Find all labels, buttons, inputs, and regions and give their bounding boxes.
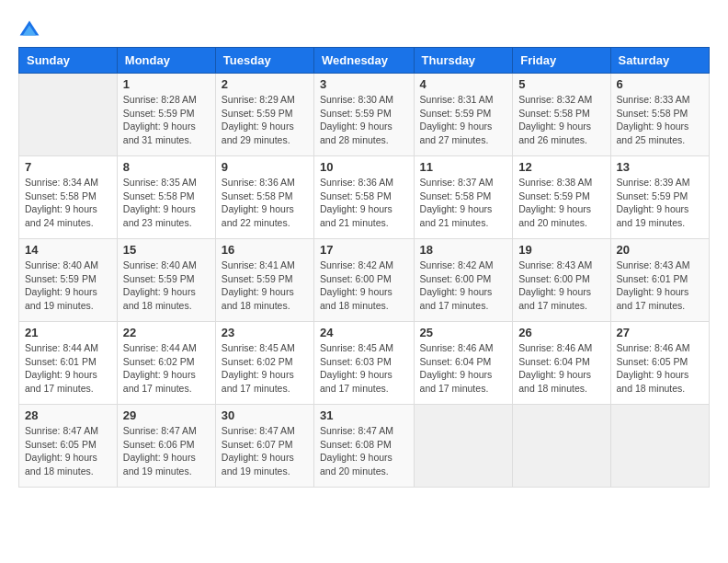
day-info: Sunrise: 8:43 AM Sunset: 6:00 PM Dayligh… bbox=[518, 259, 604, 313]
day-info: Sunrise: 8:34 AM Sunset: 5:58 PM Dayligh… bbox=[25, 176, 111, 230]
day-info: Sunrise: 8:46 AM Sunset: 6:04 PM Dayligh… bbox=[518, 341, 604, 396]
day-info: Sunrise: 8:41 AM Sunset: 5:59 PM Dayligh… bbox=[222, 259, 308, 313]
day-info: Sunrise: 8:32 AM Sunset: 5:58 PM Dayligh… bbox=[518, 93, 604, 147]
day-number: 4 bbox=[420, 77, 507, 91]
day-info: Sunrise: 8:44 AM Sunset: 6:01 PM Dayligh… bbox=[25, 341, 111, 396]
day-info: Sunrise: 8:28 AM Sunset: 5:59 PM Dayligh… bbox=[123, 93, 210, 147]
day-cell: 16Sunrise: 8:41 AM Sunset: 5:59 PM Dayli… bbox=[215, 239, 313, 322]
day-cell: 30Sunrise: 8:47 AM Sunset: 6:07 PM Dayli… bbox=[215, 405, 313, 488]
day-number: 3 bbox=[320, 77, 408, 91]
day-cell: 19Sunrise: 8:43 AM Sunset: 6:00 PM Dayli… bbox=[513, 239, 610, 322]
day-number: 16 bbox=[222, 243, 308, 257]
day-info: Sunrise: 8:45 AM Sunset: 6:03 PM Dayligh… bbox=[320, 341, 408, 396]
day-cell: 20Sunrise: 8:43 AM Sunset: 6:01 PM Dayli… bbox=[610, 239, 709, 322]
header-row: SundayMondayTuesdayWednesdayThursdayFrid… bbox=[19, 48, 710, 74]
day-cell: 28Sunrise: 8:47 AM Sunset: 6:05 PM Dayli… bbox=[19, 405, 118, 488]
day-number: 18 bbox=[420, 243, 507, 257]
day-cell: 5Sunrise: 8:32 AM Sunset: 5:58 PM Daylig… bbox=[513, 74, 610, 156]
day-cell bbox=[610, 405, 709, 488]
day-number: 12 bbox=[518, 160, 604, 174]
day-cell: 25Sunrise: 8:46 AM Sunset: 6:04 PM Dayli… bbox=[414, 322, 513, 405]
day-info: Sunrise: 8:38 AM Sunset: 5:59 PM Dayligh… bbox=[518, 176, 604, 230]
day-number: 8 bbox=[123, 160, 210, 174]
day-info: Sunrise: 8:39 AM Sunset: 5:59 PM Dayligh… bbox=[617, 176, 703, 230]
day-info: Sunrise: 8:33 AM Sunset: 5:58 PM Dayligh… bbox=[617, 93, 703, 147]
day-cell bbox=[414, 405, 513, 488]
day-cell: 1Sunrise: 8:28 AM Sunset: 5:59 PM Daylig… bbox=[117, 74, 215, 156]
week-row-2: 14Sunrise: 8:40 AM Sunset: 5:59 PM Dayli… bbox=[19, 239, 710, 322]
day-number: 6 bbox=[617, 77, 703, 91]
day-cell: 6Sunrise: 8:33 AM Sunset: 5:58 PM Daylig… bbox=[610, 74, 709, 156]
day-info: Sunrise: 8:47 AM Sunset: 6:08 PM Dayligh… bbox=[320, 424, 408, 478]
day-number: 13 bbox=[617, 160, 703, 174]
day-number: 22 bbox=[123, 326, 210, 339]
day-cell: 23Sunrise: 8:45 AM Sunset: 6:02 PM Dayli… bbox=[215, 322, 313, 405]
day-cell: 29Sunrise: 8:47 AM Sunset: 6:06 PM Dayli… bbox=[117, 405, 215, 488]
day-number: 10 bbox=[320, 160, 408, 174]
day-cell: 7Sunrise: 8:34 AM Sunset: 5:58 PM Daylig… bbox=[19, 156, 118, 239]
day-number: 30 bbox=[222, 408, 308, 422]
header-cell-wednesday: Wednesday bbox=[314, 48, 415, 74]
day-number: 26 bbox=[518, 326, 604, 339]
header-cell-friday: Friday bbox=[513, 48, 610, 74]
day-info: Sunrise: 8:40 AM Sunset: 5:59 PM Dayligh… bbox=[123, 259, 210, 313]
day-cell: 15Sunrise: 8:40 AM Sunset: 5:59 PM Dayli… bbox=[117, 239, 215, 322]
day-cell: 31Sunrise: 8:47 AM Sunset: 6:08 PM Dayli… bbox=[314, 405, 415, 488]
day-info: Sunrise: 8:42 AM Sunset: 6:00 PM Dayligh… bbox=[320, 259, 408, 313]
day-number: 1 bbox=[123, 77, 210, 91]
day-cell: 21Sunrise: 8:44 AM Sunset: 6:01 PM Dayli… bbox=[19, 322, 118, 405]
day-cell: 26Sunrise: 8:46 AM Sunset: 6:04 PM Dayli… bbox=[513, 322, 610, 405]
day-info: Sunrise: 8:44 AM Sunset: 6:02 PM Dayligh… bbox=[123, 341, 210, 396]
day-info: Sunrise: 8:47 AM Sunset: 6:06 PM Dayligh… bbox=[123, 424, 210, 478]
day-info: Sunrise: 8:35 AM Sunset: 5:58 PM Dayligh… bbox=[123, 176, 210, 230]
day-cell: 22Sunrise: 8:44 AM Sunset: 6:02 PM Dayli… bbox=[117, 322, 215, 405]
day-cell: 13Sunrise: 8:39 AM Sunset: 5:59 PM Dayli… bbox=[610, 156, 709, 239]
day-cell: 2Sunrise: 8:29 AM Sunset: 5:59 PM Daylig… bbox=[215, 74, 313, 156]
day-info: Sunrise: 8:36 AM Sunset: 5:58 PM Dayligh… bbox=[222, 176, 308, 230]
day-number: 9 bbox=[222, 160, 308, 174]
day-info: Sunrise: 8:42 AM Sunset: 6:00 PM Dayligh… bbox=[420, 259, 507, 313]
day-cell: 24Sunrise: 8:45 AM Sunset: 6:03 PM Dayli… bbox=[314, 322, 415, 405]
day-cell: 3Sunrise: 8:30 AM Sunset: 5:59 PM Daylig… bbox=[314, 74, 415, 156]
page-header bbox=[18, 18, 710, 38]
day-cell: 27Sunrise: 8:46 AM Sunset: 6:05 PM Dayli… bbox=[610, 322, 709, 405]
day-info: Sunrise: 8:46 AM Sunset: 6:05 PM Dayligh… bbox=[617, 341, 703, 396]
header-cell-thursday: Thursday bbox=[414, 48, 513, 74]
day-cell bbox=[19, 74, 118, 156]
week-row-0: 1Sunrise: 8:28 AM Sunset: 5:59 PM Daylig… bbox=[19, 74, 710, 156]
day-number: 24 bbox=[320, 326, 408, 339]
day-info: Sunrise: 8:45 AM Sunset: 6:02 PM Dayligh… bbox=[222, 341, 308, 396]
day-number: 2 bbox=[222, 77, 308, 91]
day-number: 14 bbox=[25, 243, 111, 257]
day-info: Sunrise: 8:29 AM Sunset: 5:59 PM Dayligh… bbox=[222, 93, 308, 147]
day-info: Sunrise: 8:30 AM Sunset: 5:59 PM Dayligh… bbox=[320, 93, 408, 147]
day-number: 7 bbox=[25, 160, 111, 174]
day-cell: 12Sunrise: 8:38 AM Sunset: 5:59 PM Dayli… bbox=[513, 156, 610, 239]
day-number: 20 bbox=[617, 243, 703, 257]
day-info: Sunrise: 8:47 AM Sunset: 6:07 PM Dayligh… bbox=[222, 424, 308, 478]
day-info: Sunrise: 8:40 AM Sunset: 5:59 PM Dayligh… bbox=[25, 259, 111, 313]
calendar-body: 1Sunrise: 8:28 AM Sunset: 5:59 PM Daylig… bbox=[19, 74, 710, 488]
day-number: 29 bbox=[123, 408, 210, 422]
day-cell: 8Sunrise: 8:35 AM Sunset: 5:58 PM Daylig… bbox=[117, 156, 215, 239]
day-number: 31 bbox=[320, 408, 408, 422]
day-cell: 10Sunrise: 8:36 AM Sunset: 5:58 PM Dayli… bbox=[314, 156, 415, 239]
day-number: 27 bbox=[617, 326, 703, 339]
day-number: 25 bbox=[420, 326, 507, 339]
day-cell: 11Sunrise: 8:37 AM Sunset: 5:58 PM Dayli… bbox=[414, 156, 513, 239]
day-info: Sunrise: 8:37 AM Sunset: 5:58 PM Dayligh… bbox=[420, 176, 507, 230]
logo-icon bbox=[18, 19, 40, 38]
day-cell: 18Sunrise: 8:42 AM Sunset: 6:00 PM Dayli… bbox=[414, 239, 513, 322]
calendar-header: SundayMondayTuesdayWednesdayThursdayFrid… bbox=[19, 48, 710, 74]
week-row-4: 28Sunrise: 8:47 AM Sunset: 6:05 PM Dayli… bbox=[19, 405, 710, 488]
day-number: 28 bbox=[25, 408, 111, 422]
header-cell-saturday: Saturday bbox=[610, 48, 709, 74]
week-row-1: 7Sunrise: 8:34 AM Sunset: 5:58 PM Daylig… bbox=[19, 156, 710, 239]
day-info: Sunrise: 8:46 AM Sunset: 6:04 PM Dayligh… bbox=[420, 341, 507, 396]
day-cell: 9Sunrise: 8:36 AM Sunset: 5:58 PM Daylig… bbox=[215, 156, 313, 239]
day-number: 17 bbox=[320, 243, 408, 257]
day-cell: 4Sunrise: 8:31 AM Sunset: 5:59 PM Daylig… bbox=[414, 74, 513, 156]
day-number: 19 bbox=[518, 243, 604, 257]
day-number: 11 bbox=[420, 160, 507, 174]
day-number: 23 bbox=[222, 326, 308, 339]
